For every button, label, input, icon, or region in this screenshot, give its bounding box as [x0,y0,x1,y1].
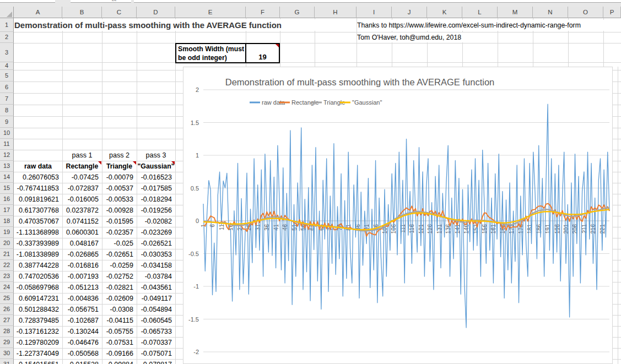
embedded-chart[interactable]: -2-1.5-1-0.500.511.521611162126313641465… [183,67,613,364]
cell-B31[interactable]: -0.015528 [63,360,101,364]
svg-text:1.5: 1.5 [191,119,199,126]
cell-A16[interactable]: 0.091819621 [14,194,62,205]
cell-C17[interactable]: -0.00928 [102,205,136,216]
cell-C22[interactable]: -0.0259 [102,260,136,271]
cell-B25[interactable]: -0.004836 [63,294,101,304]
cell-C21[interactable]: -0.02651 [102,249,136,260]
cell-A29[interactable]: -0.129780209 [14,338,62,348]
svg-text:-1.5: -1.5 [188,316,199,323]
cell-D22[interactable]: -0.034158 [137,260,175,271]
cell-D16[interactable]: -0.018294 [137,194,175,205]
cell-A31[interactable]: 0.154015651 [14,360,62,364]
cell-D28[interactable]: -0.065733 [137,327,175,337]
cell-C26[interactable]: -0.0308 [102,305,136,315]
cell-D26[interactable]: -0.054894 [137,305,175,315]
cell-B27[interactable]: -0.102687 [63,316,101,326]
svg-text:0.5: 0.5 [191,185,199,192]
cell-A14[interactable]: 0.26076053 [14,172,62,183]
cell-D15[interactable]: -0.017585 [137,183,175,194]
cell-D20[interactable]: -0.026521 [137,238,175,249]
cell-D14[interactable]: -0.016523 [137,172,175,183]
cell-E3-smooth-width-label[interactable]: Smooth Width (must be odd integer) [176,44,246,62]
cell-C18[interactable]: -0.01595 [102,216,136,227]
cell-C31[interactable]: -0.09884 [102,360,136,364]
cell-table-header-gaussian[interactable]: "Gaussian" [137,161,175,172]
cell-B18[interactable]: 0.0741152 [63,216,101,227]
comment-indicator[interactable] [276,44,279,47]
cell-C25[interactable]: -0.02609 [102,294,136,304]
cell-C28[interactable]: -0.05755 [102,327,136,337]
cell-table-header-rawdata[interactable]: raw data [14,161,62,172]
excel-window: fx ABCDEFGHIJKLMNOP Demonstration of mul… [0,0,621,364]
cell-C23[interactable]: -0.02752 [102,271,136,282]
cell-I1-credit[interactable]: Thanks to https://www.lifewire.com/excel… [357,20,621,31]
cell-A15[interactable]: -0.767411853 [14,183,62,194]
svg-text:196: 196 [554,224,560,234]
svg-text:0: 0 [196,218,199,224]
cell-C19[interactable]: -0.02357 [102,227,136,238]
cell-B14[interactable]: -0.07425 [63,172,101,183]
cell-B16[interactable]: -0.016005 [63,194,101,205]
cell-A22[interactable]: 0.387744228 [14,260,62,271]
cell-C16[interactable]: -0.00533 [102,194,136,205]
cell-I2-author[interactable]: Tom O'Haver, toh@umd.edu, 2018 [357,32,473,42]
cell-A1-title[interactable]: Demonstration of multi-pass smoothing wi… [14,19,353,31]
cell-B26[interactable]: -0.056751 [63,305,101,315]
cell-B28[interactable]: -0.130244 [63,327,101,337]
cell-table-header-rectangle[interactable]: Rectangle [63,161,101,172]
cell-pass-label-1[interactable]: pass 1 [63,150,101,161]
cell-C20[interactable]: -0.025 [102,238,136,249]
svg-text:41: 41 [273,224,279,231]
cell-D18[interactable]: -0.02082 [137,216,175,227]
cell-C30[interactable]: -0.09166 [102,349,136,359]
cell-D24[interactable]: -0.043561 [137,282,175,293]
svg-text:-1: -1 [193,283,199,290]
cell-B20[interactable]: 0.048167 [63,238,101,249]
cell-A23[interactable]: 0.747020536 [14,271,62,282]
cell-C14[interactable]: -0.00079 [102,172,136,183]
svg-text:116: 116 [408,224,415,233]
cell-D25[interactable]: -0.049117 [137,294,175,304]
cell-B21[interactable]: -0.026865 [63,249,101,260]
cell-D19[interactable]: -0.023269 [137,227,175,238]
svg-text:161: 161 [490,224,496,234]
cell-pass-label-3[interactable]: pass 3 [137,150,175,161]
cell-D21[interactable]: -0.030353 [137,249,175,260]
cell-B22[interactable]: -0.016816 [63,260,101,271]
cell-D23[interactable]: -0.03784 [137,271,175,282]
cell-A19[interactable]: -1.131368998 [14,227,62,238]
cell-A18[interactable]: 0.470357067 [14,216,62,227]
cell-B30[interactable]: -0.050568 [63,349,101,359]
cell-B19[interactable]: 0.0600301 [63,227,101,238]
cell-F3-smooth-width-value[interactable]: 19 [246,44,279,62]
cell-table-header-triangle[interactable]: Triangle [102,161,136,172]
cell-D27[interactable]: -0.060545 [137,316,175,326]
cell-D29[interactable]: -0.070337 [137,338,175,348]
svg-text:6: 6 [209,224,215,227]
cell-B17[interactable]: 0.0237872 [63,205,101,216]
cell-A26[interactable]: 0.501288432 [14,305,62,315]
svg-text:-2: -2 [193,349,199,355]
cell-A28[interactable]: -0.137161232 [14,327,62,337]
cell-A20[interactable]: -0.337393989 [14,238,62,249]
cell-A24[interactable]: -0.058697968 [14,282,62,293]
cell-B24[interactable]: -0.051213 [63,282,101,293]
cell-A25[interactable]: 0.609147231 [14,294,62,304]
cell-A30[interactable]: -1.227374049 [14,349,62,359]
svg-text:-0.5: -0.5 [188,251,199,257]
cell-A27[interactable]: 0.728379485 [14,316,62,326]
smooth-width-number: 19 [258,53,266,61]
cell-A21[interactable]: -1.081338989 [14,249,62,260]
cell-B15[interactable]: -0.072837 [63,183,101,194]
cell-B29[interactable]: -0.046476 [63,338,101,348]
cell-B23[interactable]: -0.007193 [63,271,101,282]
cell-pass-label-2[interactable]: pass 2 [102,150,136,161]
cell-D17[interactable]: -0.019256 [137,205,175,216]
cell-A17[interactable]: 0.617307768 [14,205,62,216]
cell-C15[interactable]: -0.00537 [102,183,136,194]
cell-C27[interactable]: -0.04115 [102,316,136,326]
cell-C29[interactable]: -0.07531 [102,338,136,348]
cell-D30[interactable]: -0.075071 [137,349,175,359]
cell-C24[interactable]: -0.02821 [102,282,136,293]
cell-D31[interactable]: -0.079817 [137,360,175,364]
